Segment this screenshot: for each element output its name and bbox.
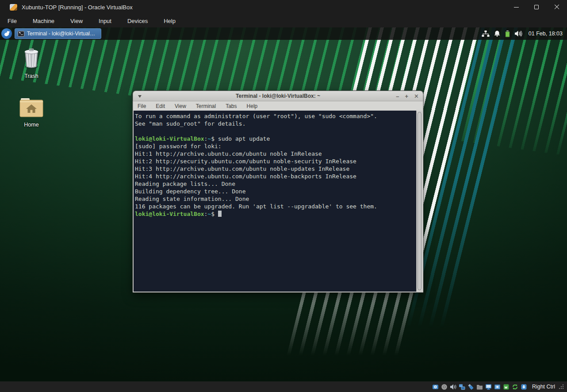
- terminal-menu-edit[interactable]: Edit: [151, 103, 170, 109]
- resize-grip[interactable]: [559, 385, 563, 389]
- terminal-cursor: [218, 211, 222, 217]
- mouse-integration-icon[interactable]: [521, 383, 528, 390]
- vbox-menu-view[interactable]: View: [62, 14, 91, 27]
- panel-clock[interactable]: 01 Feb, 18:03: [529, 31, 563, 37]
- terminal-icon: [18, 31, 24, 37]
- maximize-button[interactable]: [526, 0, 547, 14]
- recording-icon[interactable]: [494, 383, 501, 390]
- terminal-line: Reading state information... Done: [135, 195, 415, 203]
- terminal-line: Hit:1 http://archive.ubuntu.com/ubuntu n…: [135, 150, 415, 158]
- whisker-menu-icon: [3, 30, 10, 37]
- vbox-titlebar: Xubuntu-TOP [Running] - Oracle VirtualBo…: [0, 0, 567, 14]
- notifications-bell-icon[interactable]: [494, 30, 501, 37]
- taskbar-terminal-button[interactable]: Terminal - loki@loki-VirtualB…: [15, 28, 101, 39]
- minimize-button[interactable]: [506, 0, 526, 14]
- terminal-menu-tabs[interactable]: Tabs: [221, 103, 241, 109]
- optical-drives-icon[interactable]: [441, 383, 448, 390]
- home-folder-icon: [19, 96, 44, 119]
- system-tray: 01 Feb, 18:03: [482, 30, 567, 38]
- terminal-line: [135, 127, 415, 135]
- virtualbox-vm-icon: [10, 4, 17, 11]
- terminal-minimize-button[interactable]: –: [396, 93, 399, 100]
- network-adapters-icon[interactable]: [459, 383, 466, 390]
- vbox-menubar: File Machine View Input Devices Help: [0, 14, 567, 27]
- desktop-icon-home[interactable]: Home: [11, 96, 52, 128]
- terminal-line: Reading package lists... Done: [135, 180, 415, 188]
- terminal-menu-terminal[interactable]: Terminal: [191, 103, 221, 109]
- vbox-menu-file[interactable]: File: [0, 14, 25, 27]
- xfce-panel: Terminal - loki@loki-VirtualB…: [0, 27, 567, 40]
- maximize-icon: [534, 5, 539, 9]
- vbox-menu-help[interactable]: Help: [156, 14, 184, 27]
- terminal-scrollbar[interactable]: [416, 111, 422, 292]
- terminal-line: 116 packages can be upgraded. Run 'apt l…: [135, 203, 415, 210]
- whisker-menu-button[interactable]: [1, 28, 12, 39]
- terminal-body[interactable]: To run a command as administrator (user …: [133, 111, 423, 292]
- virtualbox-window: Xubuntu-TOP [Running] - Oracle VirtualBo…: [0, 0, 567, 392]
- hard-disks-icon[interactable]: [432, 383, 439, 390]
- terminal-line: To run a command as administrator (user …: [135, 112, 415, 120]
- vm-screen: Terminal - loki@loki-VirtualB…: [0, 27, 567, 381]
- vbox-statusbar: Right Ctrl: [0, 381, 567, 392]
- close-icon: [554, 4, 559, 10]
- vbox-menu-machine[interactable]: Machine: [25, 14, 62, 27]
- vbox-window-title: Xubuntu-TOP [Running] - Oracle VirtualBo…: [22, 4, 133, 11]
- terminal-menu-view[interactable]: View: [170, 103, 191, 109]
- terminal-scrollbar-thumb[interactable]: [418, 112, 421, 290]
- audio-icon[interactable]: [450, 383, 457, 390]
- desktop-icon-label: Home: [24, 122, 38, 128]
- desktop-icon-label: Trash: [24, 73, 38, 79]
- terminal-output: To run a command as administrator (user …: [135, 112, 415, 292]
- terminal-line: See "man sudo_root" for details.: [135, 120, 415, 127]
- terminal-line: Hit:2 http://security.ubuntu.com/ubuntu …: [135, 158, 415, 165]
- terminal-maximize-button[interactable]: +: [405, 93, 409, 100]
- vbox-menu-input[interactable]: Input: [91, 14, 119, 27]
- host-key-label: Right Ctrl: [532, 384, 555, 390]
- trash-icon: [20, 47, 43, 70]
- terminal-menu-help[interactable]: Help: [242, 103, 263, 109]
- shared-folders-icon[interactable]: [476, 383, 483, 390]
- terminal-close-button[interactable]: ✕: [414, 93, 419, 100]
- usb-icon[interactable]: [467, 383, 475, 390]
- terminal-line: loki@loki-VirtualBox:~$ sudo apt update: [135, 135, 415, 142]
- terminal-line: Hit:3 http://archive.ubuntu.com/ubuntu n…: [135, 165, 415, 173]
- vbox-menu-devices[interactable]: Devices: [119, 14, 156, 27]
- vbox-window-controls: [506, 0, 567, 14]
- battery-icon[interactable]: [505, 30, 510, 38]
- terminal-title: Terminal - loki@loki-VirtualBox: ~: [133, 93, 423, 99]
- desktop-icon-trash[interactable]: Trash: [11, 47, 52, 79]
- terminal-window-controls: – + ✕: [396, 91, 419, 101]
- terminal-window: Terminal - loki@loki-VirtualBox: ~ – + ✕…: [133, 91, 423, 292]
- terminal-line: Building dependency tree... Done: [135, 188, 415, 195]
- close-button[interactable]: [547, 0, 567, 14]
- minimize-icon: [514, 7, 519, 8]
- window-menu-chevron-icon[interactable]: [138, 95, 142, 98]
- terminal-titlebar[interactable]: Terminal - loki@loki-VirtualBox: ~ – + ✕: [133, 91, 423, 101]
- volume-icon[interactable]: [514, 30, 523, 37]
- terminal-menubar: File Edit View Terminal Tabs Help: [133, 101, 423, 111]
- display-icon[interactable]: [485, 383, 492, 390]
- guest-additions-icon[interactable]: [503, 383, 510, 390]
- terminal-line: loki@loki-VirtualBox:~$: [135, 210, 415, 218]
- terminal-menu-file[interactable]: File: [134, 103, 151, 109]
- network-icon[interactable]: [482, 30, 490, 37]
- terminal-line: [sudo] password for loki:: [135, 142, 415, 150]
- features-icon[interactable]: [512, 383, 519, 390]
- taskbar-terminal-label: Terminal - loki@loki-VirtualB…: [27, 31, 97, 37]
- terminal-line: Hit:4 http://archive.ubuntu.com/ubuntu n…: [135, 173, 415, 180]
